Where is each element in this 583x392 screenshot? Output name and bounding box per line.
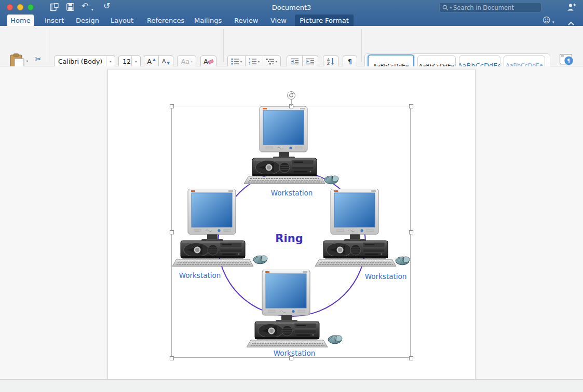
tab-view[interactable]: View <box>270 15 287 26</box>
tab-mailings[interactable]: Mailings <box>194 15 222 26</box>
decrease-indent-icon <box>291 58 299 65</box>
increase-indent-icon <box>306 58 315 65</box>
rotation-handle[interactable] <box>287 91 295 100</box>
change-case-button[interactable]: Aa ▾ <box>177 55 196 67</box>
ribbon: ▾ Paste ✂ Calibri (Body) ▾ 12 ▾ A ▲ A ▼ … <box>0 26 583 66</box>
styles-pane-icon: ¶ <box>560 54 574 65</box>
sort-button[interactable]: AZ <box>323 55 338 67</box>
tab-picture-format[interactable]: Picture Format <box>295 15 354 26</box>
clear-formatting-button[interactable]: A <box>200 55 216 67</box>
resize-handle-top-left[interactable] <box>170 104 174 108</box>
cut-icon[interactable]: ✂ <box>33 54 44 64</box>
tab-references[interactable]: References <box>147 15 184 26</box>
multilevel-list-button[interactable]: ▾ <box>263 55 281 67</box>
change-case-label: Aa <box>181 58 189 65</box>
grow-font-label: A <box>147 58 152 65</box>
resize-handle-bottom-center[interactable] <box>289 356 293 360</box>
shrink-font-label: A <box>162 58 166 65</box>
resize-handle-bottom-left[interactable] <box>170 356 174 360</box>
sort-az-label: AZ <box>327 58 330 65</box>
font-name-select[interactable]: Calibri (Body) ▾ <box>54 55 115 67</box>
tab-layout[interactable]: Layout <box>111 15 133 26</box>
resize-handle-middle-left[interactable] <box>170 230 174 234</box>
tab-insert[interactable]: Insert <box>45 15 64 26</box>
svg-text:3: 3 <box>249 62 250 65</box>
workstation-top[interactable] <box>244 106 325 184</box>
ring-label: Ring <box>275 232 303 245</box>
font-name-value: Calibri (Body) <box>55 58 106 65</box>
workstation-label-right: Workstation <box>365 272 407 281</box>
font-size-value: 12 <box>119 58 131 65</box>
shrink-font-button[interactable]: A ▼ <box>158 55 173 67</box>
grow-font-arrow-icon: ▲ <box>153 58 155 62</box>
feedback-smiley-icon[interactable]: ☺ <box>543 15 551 26</box>
resize-handle-middle-right[interactable] <box>409 230 413 234</box>
group-divider <box>223 29 224 62</box>
bullets-icon <box>231 58 239 65</box>
search-box[interactable]: ▾ <box>439 3 541 12</box>
mouse-top <box>324 176 338 184</box>
mouse-right <box>396 257 410 265</box>
multilevel-caret-icon: ▾ <box>276 60 277 63</box>
font-size-caret-icon: ▾ <box>135 60 137 63</box>
mouse-bottom <box>328 335 342 344</box>
workstation-label-bottom: Workstation <box>274 349 316 357</box>
increase-indent-button[interactable] <box>302 55 318 67</box>
sort-arrow-icon <box>331 58 334 65</box>
search-scope-caret-icon[interactable]: ▾ <box>450 6 452 9</box>
multilevel-list-icon <box>266 58 275 65</box>
tab-design[interactable]: Design <box>76 15 99 26</box>
workstation-label-top: Workstation <box>271 189 313 197</box>
window-chrome: ↶ ▾ ↺ Document3 ▾ Home Insert Design Lay… <box>0 0 583 26</box>
tab-home[interactable]: Home <box>7 15 34 26</box>
font-size-select[interactable]: 12 ▾ <box>118 55 141 67</box>
pilcrow-icon: ¶ <box>348 58 352 65</box>
grow-font-button[interactable]: A ▲ <box>144 55 159 67</box>
tab-review[interactable]: Review <box>234 15 258 26</box>
group-divider <box>361 29 362 62</box>
workstation-right[interactable] <box>315 189 396 267</box>
mouse-left <box>253 256 267 264</box>
numbering-icon: 123 <box>249 58 257 65</box>
bullets-button[interactable]: ▾ <box>227 55 246 67</box>
decrease-indent-button[interactable] <box>287 55 303 67</box>
shrink-font-arrow-icon: ▼ <box>167 61 170 65</box>
paste-caret-icon: ▾ <box>26 60 28 63</box>
search-input[interactable] <box>453 4 538 11</box>
bullets-caret-icon: ▾ <box>240 60 242 63</box>
status-bar: Page 1 of 1 0 Words English (US) − + 120… <box>0 379 583 392</box>
numbering-caret-icon: ▾ <box>258 60 260 63</box>
numbering-button[interactable]: 123 ▾ <box>245 55 263 67</box>
workstation-label-left: Workstation <box>179 271 221 279</box>
svg-text:¶: ¶ <box>567 58 571 64</box>
rotation-handle-connector <box>291 100 292 106</box>
search-icon <box>442 5 449 11</box>
workstation-left[interactable] <box>172 189 253 267</box>
change-case-caret-icon: ▾ <box>191 60 192 63</box>
show-paragraph-marks-button[interactable]: ¶ <box>343 55 357 67</box>
resize-handle-top-right[interactable] <box>409 104 413 108</box>
eraser-icon <box>208 59 214 64</box>
group-divider <box>49 29 49 62</box>
resize-handle-bottom-right[interactable] <box>409 356 413 360</box>
font-name-caret-icon: ▾ <box>110 60 111 63</box>
share-add-person-icon[interactable] <box>567 3 576 11</box>
